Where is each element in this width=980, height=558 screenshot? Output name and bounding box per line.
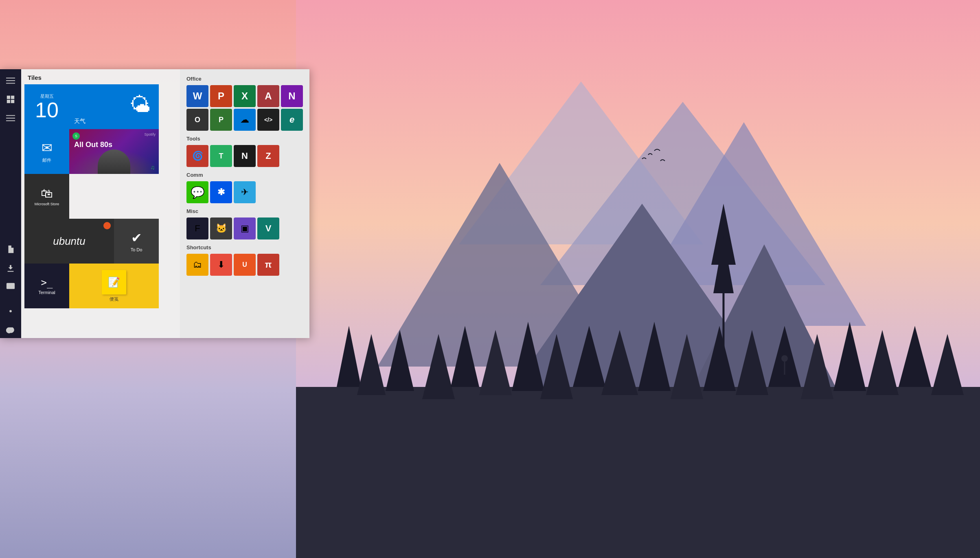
comm-app-grid: 💬 ✱ ✈ [186, 181, 303, 203]
app-access[interactable]: A [257, 85, 279, 107]
sidebar-monitor[interactable] [2, 279, 19, 295]
app-comm2[interactable]: ✱ [210, 181, 232, 203]
svg-rect-37 [11, 96, 14, 99]
notes-label: 便笺 [110, 296, 118, 302]
sidebar-grid[interactable] [2, 91, 19, 108]
app-notion[interactable]: N [234, 145, 256, 167]
app-files[interactable]: 🗂 [186, 254, 208, 276]
sidebar-power[interactable] [2, 322, 19, 338]
app-onenote[interactable]: N [281, 85, 303, 107]
tile-ubuntu[interactable]: ubuntu [24, 219, 114, 264]
svg-rect-33 [6, 78, 15, 79]
tools-app-grid: 🌀 T N Z [186, 145, 303, 167]
app-wechat[interactable]: 💬 [186, 181, 208, 203]
tile-mail[interactable]: ✉ 邮件 [24, 129, 69, 174]
sidebar-list[interactable] [2, 110, 19, 126]
tools-section-label: Tools [186, 136, 303, 142]
svg-rect-40 [6, 115, 15, 116]
tile-msstore[interactable]: 🛍 Microsoft Store [24, 174, 69, 219]
svg-rect-35 [6, 83, 15, 84]
svg-rect-34 [6, 80, 15, 81]
app-vscode[interactable]: </> [257, 109, 279, 131]
spotify-label: Spotify [144, 132, 156, 136]
notes-icon: 📝 [102, 270, 126, 294]
todo-label: To Do [131, 247, 143, 252]
app-misc3[interactable]: ▣ [234, 217, 256, 239]
app-misc4[interactable]: V [257, 217, 279, 239]
app-onedrive[interactable]: ☁ [234, 109, 256, 131]
calendar-date: 10 [35, 99, 59, 121]
spotify-extra [69, 174, 159, 219]
msstore-label: Microsoft Store [35, 202, 59, 206]
weather-icon: 🌤 [129, 92, 151, 117]
sidebar-download[interactable] [2, 260, 19, 276]
app-tool2[interactable]: T [210, 145, 232, 167]
app-powerpoint[interactable]: P [210, 85, 232, 107]
tile-terminal[interactable]: >_ Terminal [24, 264, 69, 308]
app-download[interactable]: ⬇ [210, 254, 232, 276]
ubuntu-text: ubuntu [53, 235, 86, 248]
svg-rect-43 [7, 283, 15, 289]
spotify-logo: ♫ [151, 164, 155, 171]
tile-calendar[interactable]: 星期五 10 [24, 84, 69, 129]
svg-rect-7 [296, 387, 980, 558]
sidebar [0, 69, 21, 338]
comm-section-label: Comm [186, 172, 303, 178]
app-tool1[interactable]: 🌀 [186, 145, 208, 167]
tile-spotify[interactable]: S All Out 80s ♫ Spotify [69, 129, 159, 174]
tiles-title: Tiles [28, 74, 42, 81]
svg-rect-38 [7, 100, 10, 103]
tile-weather[interactable]: 🌤 天气 [69, 84, 159, 129]
tile-notes[interactable]: 📝 便笺 [69, 264, 159, 308]
app-misc2[interactable]: 🐱 [210, 217, 232, 239]
svg-rect-42 [6, 121, 15, 121]
app-ubuntu-short[interactable]: U [234, 254, 256, 276]
weather-label: 天气 [74, 118, 86, 125]
todo-check-icon: ✔ [131, 230, 142, 246]
app-word[interactable]: W [186, 85, 208, 107]
shortcuts-section-label: Shortcuts [186, 244, 303, 250]
start-menu: Tiles 星期五 10 🌤 天气 ✉ [0, 69, 309, 338]
app-project[interactable]: P [210, 109, 232, 131]
app-math[interactable]: π [257, 254, 279, 276]
svg-rect-41 [6, 118, 15, 119]
office-section-label: Office [186, 76, 303, 82]
office-app-grid: W P X A N O [186, 85, 303, 131]
background-art [296, 0, 980, 558]
tiles-header: Tiles [21, 69, 180, 84]
sidebar-settings[interactable] [2, 303, 19, 319]
app-figma[interactable]: F [186, 217, 208, 239]
spotify-person [98, 149, 130, 174]
svg-point-31 [781, 355, 788, 362]
terminal-prompt-icon: >_ [41, 277, 53, 288]
app-office[interactable]: O [186, 109, 208, 131]
svg-point-44 [9, 310, 12, 312]
spotify-title: All Out 80s [74, 141, 112, 149]
main-content: Tiles 星期五 10 🌤 天气 ✉ [21, 69, 309, 338]
svg-rect-39 [11, 100, 14, 103]
desktop: Tiles 星期五 10 🌤 天气 ✉ [0, 0, 980, 558]
apps-panel: Office W P X A N [180, 69, 309, 338]
terminal-label: Terminal [38, 290, 55, 295]
spotify-badge: S [72, 132, 80, 140]
app-zotero[interactable]: Z [257, 145, 279, 167]
mail-label: 邮件 [42, 157, 51, 163]
app-edge[interactable]: e [281, 109, 303, 131]
app-excel[interactable]: X [234, 85, 256, 107]
misc-app-grid: F 🐱 ▣ V [186, 217, 303, 239]
msstore-icon: 🛍 [41, 187, 53, 200]
svg-rect-36 [7, 96, 10, 99]
misc-section-label: Misc [186, 208, 303, 214]
sidebar-hamburger[interactable] [2, 72, 19, 89]
app-telegram[interactable]: ✈ [234, 181, 256, 203]
ubuntu-logo [103, 222, 111, 229]
mail-icon: ✉ [42, 140, 53, 156]
tiles-panel: Tiles 星期五 10 🌤 天气 ✉ [21, 69, 180, 338]
shortcuts-app-grid: 🗂 ⬇ U π [186, 254, 303, 276]
sidebar-file[interactable] [2, 241, 19, 257]
tile-todo[interactable]: ✔ To Do [114, 219, 159, 264]
